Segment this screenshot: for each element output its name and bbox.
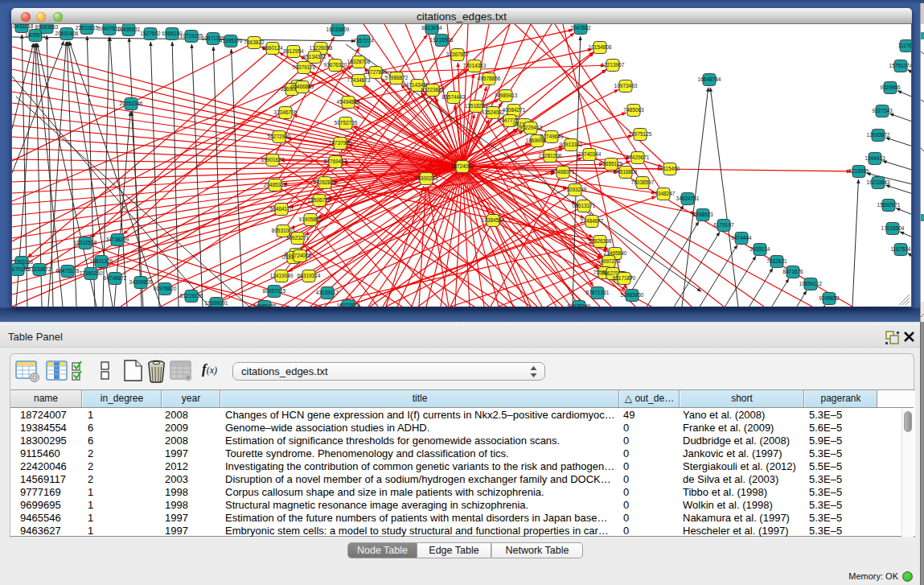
- svg-text:10310518: 10310518: [74, 240, 97, 245]
- svg-text:8813054: 8813054: [421, 25, 442, 31]
- svg-text:15751074: 15751074: [889, 63, 911, 68]
- svg-text:50983930: 50983930: [621, 292, 644, 298]
- svg-text:16648784: 16648784: [698, 76, 721, 82]
- svg-text:1244413: 1244413: [864, 155, 885, 161]
- svg-text:87429671: 87429671: [626, 154, 650, 160]
- svg-text:27484677: 27484677: [581, 218, 604, 224]
- svg-text:67749649: 67749649: [540, 134, 564, 139]
- svg-text:77360260: 77360260: [80, 270, 103, 276]
- svg-text:11724005: 11724005: [289, 253, 312, 258]
- svg-text:93676320: 93676320: [324, 62, 347, 68]
- svg-text:57871331: 57871331: [586, 290, 610, 295]
- svg-text:89638346: 89638346: [568, 303, 591, 307]
- svg-text:57262849: 57262849: [314, 179, 337, 185]
- svg-text:45494808: 45494808: [337, 99, 360, 105]
- svg-text:9474444: 9474444: [731, 235, 752, 241]
- svg-text:54516808: 54516808: [614, 169, 638, 175]
- svg-text:69985435: 69985435: [253, 303, 277, 307]
- svg-text:19218506: 19218506: [430, 37, 454, 43]
- svg-text:44997278: 44997278: [598, 258, 621, 264]
- svg-text:8660124: 8660124: [262, 45, 283, 51]
- svg-text:70348247: 70348247: [652, 191, 676, 196]
- svg-text:31367837: 31367837: [446, 51, 470, 57]
- svg-text:64746872: 64746872: [104, 275, 127, 281]
- svg-text:08613171: 08613171: [573, 203, 596, 208]
- svg-text:8912954: 8912954: [283, 48, 304, 54]
- svg-text:10433218: 10433218: [12, 24, 34, 29]
- svg-text:9115460: 9115460: [660, 166, 680, 171]
- svg-text:31727889: 31727889: [364, 69, 388, 75]
- svg-text:57986872: 57986872: [385, 75, 409, 80]
- svg-text:20691406: 20691406: [55, 31, 79, 36]
- svg-text:37346706: 37346706: [274, 109, 298, 115]
- svg-text:14737996: 14737996: [329, 140, 352, 146]
- svg-text:67468071: 67468071: [552, 169, 575, 175]
- svg-text:95134332: 95134332: [303, 54, 326, 60]
- svg-text:34624751: 34624751: [676, 196, 700, 201]
- svg-text:62473178: 62473178: [56, 268, 80, 274]
- svg-text:40084271: 40084271: [503, 107, 526, 113]
- svg-text:51333872: 51333872: [28, 266, 51, 272]
- svg-text:81219136: 81219136: [180, 293, 203, 299]
- svg-text:05466889: 05466889: [291, 84, 314, 89]
- svg-text:34738299: 34738299: [106, 237, 129, 242]
- svg-text:19384554: 19384554: [482, 217, 505, 223]
- svg-text:87769453: 87769453: [324, 159, 347, 164]
- svg-text:34309805: 34309805: [129, 279, 153, 285]
- svg-text:74989413: 74989413: [495, 93, 518, 98]
- svg-text:80957015: 80957015: [263, 288, 286, 294]
- svg-text:16328708: 16328708: [347, 59, 371, 64]
- svg-text:79740344: 79740344: [578, 151, 602, 157]
- svg-text:10154808: 10154808: [589, 44, 612, 50]
- svg-text:15300213: 15300213: [415, 175, 438, 181]
- svg-text:18724007: 18724007: [451, 163, 474, 169]
- svg-text:12213967: 12213967: [602, 62, 625, 68]
- svg-text:7632621: 7632621: [766, 258, 787, 264]
- svg-text:111764: 111764: [898, 43, 911, 48]
- svg-text:17016504: 17016504: [881, 225, 905, 231]
- svg-text:77014363: 77014363: [463, 63, 487, 68]
- svg-text:18506716: 18506716: [308, 197, 331, 203]
- svg-text:77434873: 77434873: [347, 77, 371, 83]
- svg-text:20053346: 20053346: [120, 101, 143, 106]
- svg-text:2047682: 2047682: [570, 25, 591, 31]
- svg-text:66319314: 66319314: [298, 273, 321, 278]
- svg-text:10719155: 10719155: [180, 33, 203, 39]
- svg-text:43039117: 43039117: [316, 290, 339, 295]
- svg-text:89083863: 89083863: [35, 24, 59, 30]
- svg-text:18227824: 18227824: [337, 303, 360, 307]
- svg-text:71093248: 71093248: [564, 187, 587, 192]
- svg-text:1167534: 1167534: [891, 246, 911, 252]
- svg-text:91905865: 91905865: [299, 216, 322, 222]
- svg-text:18495931: 18495931: [117, 27, 141, 32]
- svg-text:10654112: 10654112: [799, 281, 823, 286]
- svg-text:12419049: 12419049: [270, 273, 294, 278]
- svg-text:6179197: 6179197: [713, 222, 734, 228]
- svg-text:13226058: 13226058: [310, 45, 333, 51]
- svg-text:81223623: 81223623: [421, 87, 445, 93]
- svg-text:9245652: 9245652: [819, 295, 840, 301]
- svg-text:23511615: 23511615: [76, 25, 99, 31]
- svg-text:7485063: 7485063: [623, 107, 644, 113]
- svg-text:7357274: 7357274: [353, 38, 374, 43]
- svg-text:10973493: 10973493: [614, 83, 638, 89]
- svg-text:95171870: 95171870: [613, 275, 636, 281]
- svg-text:56464170: 56464170: [270, 206, 294, 212]
- svg-text:12975125: 12975125: [629, 131, 652, 137]
- svg-text:9227343: 9227343: [872, 108, 893, 113]
- svg-text:43524082: 43524082: [482, 109, 505, 115]
- svg-text:5215955: 5215955: [848, 168, 869, 174]
- svg-text:16210643: 16210643: [867, 179, 890, 185]
- svg-text:56272980: 56272980: [268, 134, 291, 139]
- svg-text:90913341: 90913341: [560, 142, 583, 147]
- svg-text:50752735: 50752735: [335, 120, 358, 126]
- svg-text:8938923: 8938923: [692, 212, 713, 217]
- svg-text:2935114: 2935114: [750, 246, 770, 252]
- svg-text:16033809: 16033809: [326, 27, 350, 32]
- svg-text:10801326: 10801326: [90, 258, 113, 264]
- svg-text:9329966: 9329966: [880, 84, 901, 90]
- svg-text:76038597: 76038597: [631, 179, 655, 185]
- svg-text:15692971: 15692971: [877, 202, 901, 208]
- svg-text:69901627: 69901627: [261, 157, 285, 163]
- svg-text:85574443: 85574443: [442, 94, 466, 100]
